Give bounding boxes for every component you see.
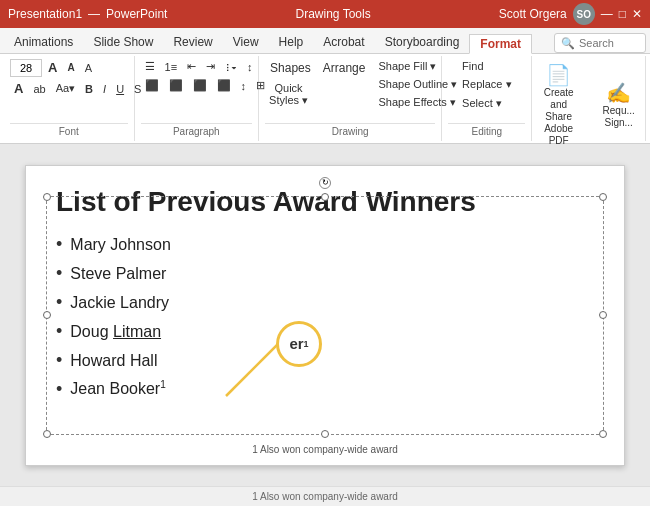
replace-button[interactable]: Replace ▾ [458, 76, 515, 93]
tab-acrobat[interactable]: Acrobat [313, 31, 374, 53]
list-item-6[interactable]: • Jean Booker1 [56, 379, 594, 400]
drawing-tools-label: Drawing Tools [296, 7, 371, 21]
shapes-area: Shapes Arrange QuickStyles ▾ [265, 58, 370, 110]
bullet-dot-5: • [56, 350, 62, 371]
ribbon-group-paragraph: ☰ 1≡ ⇤ ⇥ ⫶▾ ↕ ⬛ ⬛ ⬛ ⬛ ↕ ⊞ Paragraph [135, 56, 260, 141]
font-size-box[interactable]: 28 [10, 59, 42, 77]
list-item-2-text: Steve Palmer [70, 265, 166, 283]
bullet-dot-1: • [56, 234, 62, 255]
slide-title[interactable]: List of Previous Award Winners [56, 186, 594, 218]
numbering-button[interactable]: 1≡ [161, 59, 182, 75]
shapes-button[interactable]: Shapes [265, 58, 316, 78]
paragraph-group-label: Paragraph [141, 123, 253, 139]
bullet-dot-4: • [56, 321, 62, 342]
tab-review[interactable]: Review [163, 31, 222, 53]
para-row-2: ⬛ ⬛ ⬛ ⬛ ↕ ⊞ [141, 77, 253, 94]
list-item-3[interactable]: • Jackie Landry [56, 292, 594, 313]
font-color-button[interactable]: A [10, 79, 27, 98]
select-button[interactable]: Select ▾ [458, 95, 506, 112]
main-area: ↻ List of Previous Award Winners • Mary … [0, 144, 650, 506]
font-shrink-button[interactable]: A [63, 60, 78, 75]
footnote: 1 Also won company-wide award [26, 444, 624, 461]
tab-view[interactable]: View [223, 31, 269, 53]
increase-indent-button[interactable]: ⇥ [202, 58, 219, 75]
bullet-dot-2: • [56, 263, 62, 284]
ribbon-group-adobe: 📄 Create and ShareAdobe PDF ✍ Requ...Sig… [532, 56, 646, 141]
tab-format[interactable]: Format [469, 34, 532, 54]
status-bar: 1 Also won company-wide award [0, 486, 650, 506]
list-item-3-text: Jackie Landry [70, 294, 169, 312]
font-grow-button[interactable]: A [44, 58, 61, 77]
decrease-indent-button[interactable]: ⇤ [183, 58, 200, 75]
slide-content: List of Previous Award Winners • Mary Jo… [26, 166, 624, 428]
superscript-1: 1 [160, 379, 166, 390]
ribbon-group-font: 28 A A A A ab Aa▾ B I U S Font [4, 56, 135, 141]
tab-storyboarding[interactable]: Storyboarding [375, 31, 470, 53]
bullets-button[interactable]: ☰ [141, 58, 159, 75]
maximize-button[interactable]: □ [619, 7, 626, 21]
search-icon: 🔍 [561, 37, 575, 50]
search-box[interactable]: 🔍 [554, 33, 646, 53]
search-input[interactable] [579, 37, 639, 49]
slide-wrapper[interactable]: ↻ List of Previous Award Winners • Mary … [25, 165, 625, 466]
bold-button[interactable]: B [81, 81, 97, 97]
request-sign-button[interactable]: ✍ Requ...Sign... [591, 76, 647, 134]
list-item-1[interactable]: • Mary Johnson [56, 234, 594, 255]
clear-format-button[interactable]: A [81, 60, 96, 76]
justify-button[interactable]: ⬛ [213, 77, 235, 94]
font-size-dropdown[interactable]: Aa▾ [52, 80, 79, 97]
tab-help[interactable]: Help [269, 31, 314, 53]
ribbon-group-editing: Find Replace ▾ Select ▾ Editing [442, 56, 532, 141]
list-item-4-text: Doug Litman [70, 323, 161, 341]
italic-button[interactable]: I [99, 81, 110, 97]
title-bar-right: Scott Orgera SO — □ ✕ [499, 3, 642, 25]
tab-slideshow[interactable]: Slide Show [83, 31, 163, 53]
align-center-button[interactable]: ⬛ [165, 77, 187, 94]
text-direction-button[interactable]: ↕ [243, 59, 257, 75]
font-group-label: Font [10, 123, 128, 139]
title-separator: — [88, 7, 100, 21]
bullet-dot-3: • [56, 292, 62, 313]
create-share-button[interactable]: 📄 Create and ShareAdobe PDF [531, 58, 587, 152]
handle-br [599, 430, 607, 438]
ribbon-tabs: Animations Slide Show Review View Help A… [0, 28, 650, 54]
handle-bl [43, 430, 51, 438]
minimize-button[interactable]: — [601, 7, 613, 21]
font-row-2: A ab Aa▾ B I U S [10, 79, 128, 98]
close-button[interactable]: ✕ [632, 7, 642, 21]
list-item-4[interactable]: • Doug Litman [56, 321, 594, 342]
drawing-group-label: Drawing [265, 123, 435, 139]
arrange-button[interactable]: Arrange [318, 58, 371, 78]
handle-bc [321, 430, 329, 438]
list-item-5[interactable]: • Howard Hall [56, 350, 594, 371]
quick-styles-button[interactable]: QuickStyles ▾ [265, 79, 312, 110]
title-bar: Presentation1 — PowerPoint Drawing Tools… [0, 0, 650, 28]
user-avatar[interactable]: SO [573, 3, 595, 25]
columns-button[interactable]: ⫶▾ [221, 59, 241, 75]
find-button[interactable]: Find [458, 58, 487, 74]
bullet-dot-6: • [56, 379, 62, 400]
list-item-2[interactable]: • Steve Palmer [56, 263, 594, 284]
tab-animations[interactable]: Animations [4, 31, 83, 53]
text-highlight-button[interactable]: ab [29, 81, 49, 97]
title-bar-left: Presentation1 — PowerPoint [8, 7, 167, 21]
file-name: Presentation1 [8, 7, 82, 21]
footnote-status: 1 Also won company-wide award [252, 491, 398, 502]
slide-canvas: ↻ List of Previous Award Winners • Mary … [0, 144, 650, 486]
align-left-button[interactable]: ⬛ [141, 77, 163, 94]
ribbon-group-drawing: Shapes Arrange QuickStyles ▾ Shape Fill … [259, 56, 442, 141]
underline-button[interactable]: U [112, 81, 128, 97]
align-right-button[interactable]: ⬛ [189, 77, 211, 94]
litman-underline: Litman [113, 323, 161, 340]
list-item-1-text: Mary Johnson [70, 236, 171, 254]
para-row-1: ☰ 1≡ ⇤ ⇥ ⫶▾ ↕ [141, 58, 253, 75]
list-item-6-text: Jean Booker1 [70, 379, 165, 398]
app-name: PowerPoint [106, 7, 167, 21]
user-name: Scott Orgera [499, 7, 567, 21]
ribbon: 28 A A A A ab Aa▾ B I U S Font ☰ 1≡ [0, 54, 650, 144]
list-item-5-text: Howard Hall [70, 352, 157, 370]
request-sign-icon: ✍ [606, 81, 631, 105]
line-spacing-button[interactable]: ↕ [237, 78, 251, 94]
create-share-icon: 📄 [546, 63, 571, 87]
bullet-list: • Mary Johnson • Steve Palmer • Jackie L… [56, 234, 594, 400]
